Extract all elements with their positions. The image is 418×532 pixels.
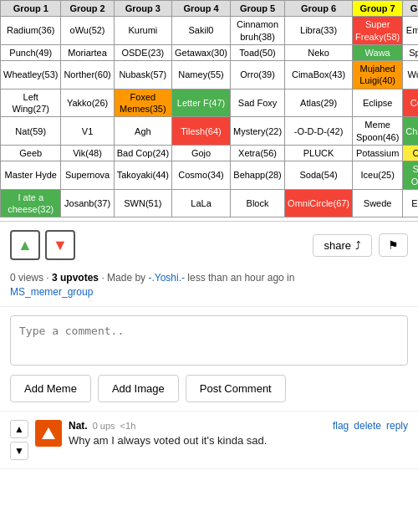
table-cell: Cosmo(34): [172, 161, 231, 190]
comment-time: <1h: [120, 421, 136, 431]
creator-username[interactable]: -.Yoshi.-: [148, 272, 185, 284]
vote-buttons: ▲ ▼: [10, 230, 75, 260]
table-cell: Super Freaky(58): [353, 17, 403, 45]
comment-upvote-button[interactable]: ▲: [10, 420, 28, 438]
table-cell: Spoiled One(45): [403, 161, 418, 190]
comment-section: Add Meme Add Image Post Comment: [0, 307, 418, 412]
comment-downvote-button[interactable]: ▼: [10, 442, 28, 460]
table-cell: SWN(51): [114, 189, 171, 217]
table-cell: Norther(60): [61, 61, 114, 90]
table-cell: Swede: [353, 189, 403, 217]
table-cell: Punch(49): [1, 44, 61, 60]
table-cell: Sad Foxy: [231, 89, 285, 117]
post-comment-button[interactable]: Post Comment: [186, 375, 286, 402]
table-cell: Eclipse: [353, 89, 403, 117]
table-cell: Yakko(26): [61, 89, 114, 117]
comment-buttons: Add Meme Add Image Post Comment: [10, 375, 408, 402]
share-label: share: [324, 239, 351, 252]
table-cell: Cinnamon bruh(38): [231, 17, 285, 45]
table-cell: Spire(31): [403, 44, 418, 60]
table-cell: Moriartea: [61, 44, 114, 60]
add-image-button[interactable]: Add Image: [98, 375, 179, 402]
comment-username: Nat.: [69, 420, 88, 432]
table-cell: Orro(39): [231, 61, 285, 90]
table-cell: Takoyaki(44): [114, 161, 171, 190]
meta-section: 0 views · 3 upvotes · Made by -.Yoshi.- …: [0, 269, 418, 307]
table-cell: Soda(54): [285, 161, 353, 190]
table-cell: Getawax(30): [172, 44, 231, 60]
table-cell: Xetra(56): [231, 145, 285, 161]
table-cell: CimaBox(43): [285, 61, 353, 90]
views-text: 0 views: [10, 272, 43, 284]
group-link[interactable]: MS_memer_group: [10, 286, 408, 298]
table-cell: Vik(48): [61, 145, 114, 161]
table-cell: Left Wing(27): [1, 89, 61, 117]
flag-button[interactable]: ⚑: [379, 233, 408, 257]
table-cell: Agh: [114, 117, 171, 146]
table-cell: Iceu(25): [353, 161, 403, 190]
table-cell: Toad(50): [231, 44, 285, 60]
share-button[interactable]: share ⤴: [313, 234, 372, 257]
downvote-icon: ▼: [53, 237, 68, 254]
comment-reply-button[interactable]: reply: [386, 420, 408, 432]
made-by-text: Made by: [107, 272, 148, 284]
table-cell: V1: [61, 117, 114, 146]
table-cell: Wheatley(53): [1, 61, 61, 90]
table-cell: Neko: [285, 44, 353, 60]
table-cell: Radium(36): [1, 17, 61, 45]
table-cell: Supernova: [61, 161, 114, 190]
table-cell: Mystery(22): [231, 117, 285, 146]
upvote-button[interactable]: ▲: [10, 230, 40, 260]
table-cell: Mujahed Luigi(40): [353, 61, 403, 90]
table-cell: Josanb(37): [61, 189, 114, 217]
upvotes-text: 3 upvotes: [52, 272, 99, 284]
table-cell: I ate a cheese(32): [1, 189, 61, 217]
downvote-button[interactable]: ▼: [45, 230, 75, 260]
table-cell: Emosnake: [403, 17, 418, 45]
avatar: [35, 420, 62, 447]
table-cell: Atlas(29): [285, 89, 353, 117]
comment-input[interactable]: [10, 315, 408, 366]
table-cell: -O-D-D-(42): [285, 117, 353, 146]
table-cell: Existent: [403, 189, 418, 217]
table-cell: oWu(52): [61, 17, 114, 45]
table-cell: Tilesh(64): [172, 117, 231, 146]
groups-table: Group 1Group 2Group 3Group 4Group 5Group…: [0, 0, 418, 217]
comment-vote-col: ▲ ▼: [10, 420, 28, 460]
table-cell: Namey(55): [172, 61, 231, 90]
comment-score: 0 ups: [93, 421, 115, 431]
table-cell: Foxed Memes(35): [114, 89, 171, 117]
time-text: less than an hour ago in: [187, 272, 294, 284]
table-cell: Wawa: [353, 44, 403, 60]
table-cell: Meme Spoon(46): [353, 117, 403, 146]
avatar-icon: [42, 427, 55, 439]
action-bar: ▲ ▼ share ⤴ ⚑: [0, 221, 418, 269]
table-cell: Chaws(31): [403, 117, 418, 146]
comment-text: Why am I always voted out it's kinda sad…: [69, 434, 408, 447]
table-cell: Geeb: [1, 145, 61, 161]
table-cell: Nat(59): [1, 117, 61, 146]
table-section: Group 1Group 2Group 3Group 4Group 5Group…: [0, 0, 418, 217]
comment-row: ▲ ▼ Nat. 0 ups <1h flag delete reply Why…: [0, 412, 418, 469]
comment-body: Nat. 0 ups <1h flag delete reply Why am …: [69, 420, 408, 447]
table-cell: Behapp(28): [231, 161, 285, 190]
upvote-icon: ▲: [18, 237, 33, 254]
comment-actions: flag delete reply: [333, 420, 408, 432]
flag-icon: ⚑: [388, 238, 399, 252]
table-cell: Cole(02): [403, 89, 418, 117]
table-cell: LaLa: [172, 189, 231, 217]
table-cell: OmniCircle(67): [285, 189, 353, 217]
table-cell: Nubask(57): [114, 61, 171, 90]
table-cell: Potassium: [353, 145, 403, 161]
add-meme-button[interactable]: Add Meme: [10, 375, 91, 402]
comment-delete-button[interactable]: delete: [354, 420, 381, 432]
table-cell: PLUCK: [285, 145, 353, 161]
table-cell: Libra(33): [285, 17, 353, 45]
table-cell: Kurumi: [114, 17, 171, 45]
comment-flag-button[interactable]: flag: [333, 420, 349, 432]
table-cell: Sakil0: [172, 17, 231, 45]
table-cell: Gojo: [172, 145, 231, 161]
table-cell: Bad Cop(24): [114, 145, 171, 161]
table-cell: Cat(63): [403, 145, 418, 161]
table-cell: Master Hyde: [1, 161, 61, 190]
